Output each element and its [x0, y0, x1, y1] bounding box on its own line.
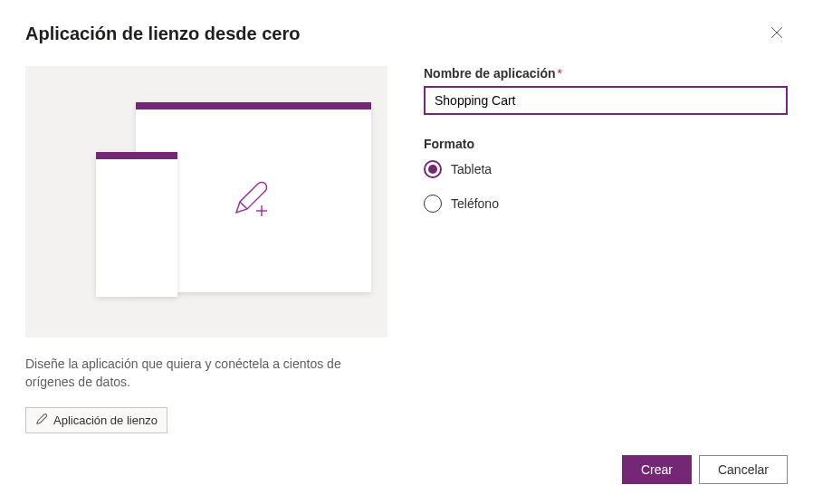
format-option-label: Teléfono — [451, 196, 499, 211]
app-type-tag-label: Aplicación de lienzo — [53, 414, 158, 427]
format-option-label: Tableta — [451, 162, 492, 176]
app-type-tag[interactable]: Aplicación de lienzo — [25, 407, 167, 433]
close-button[interactable] — [766, 22, 788, 46]
app-name-label: Nombre de aplicación* — [424, 66, 788, 81]
pen-icon — [35, 413, 48, 428]
format-option-phone[interactable]: Teléfono — [424, 195, 788, 213]
radio-icon — [424, 160, 442, 178]
required-asterisk: * — [557, 66, 561, 81]
radio-icon — [424, 195, 442, 213]
format-option-tablet[interactable]: Tableta — [424, 160, 788, 178]
phone-shape — [96, 152, 177, 297]
format-label: Formato — [424, 137, 788, 151]
preview-description: Diseñe la aplicación que quiera y conéct… — [25, 356, 387, 391]
pen-plus-icon — [229, 176, 273, 223]
app-name-input[interactable] — [424, 86, 788, 115]
create-button[interactable]: Crear — [622, 455, 692, 484]
close-icon — [770, 25, 784, 43]
cancel-button[interactable]: Cancelar — [699, 455, 788, 484]
preview-illustration — [25, 66, 387, 338]
svg-line-2 — [240, 202, 247, 209]
format-radio-group: Tableta Teléfono — [424, 160, 788, 213]
dialog-title: Aplicación de lienzo desde cero — [25, 24, 300, 44]
